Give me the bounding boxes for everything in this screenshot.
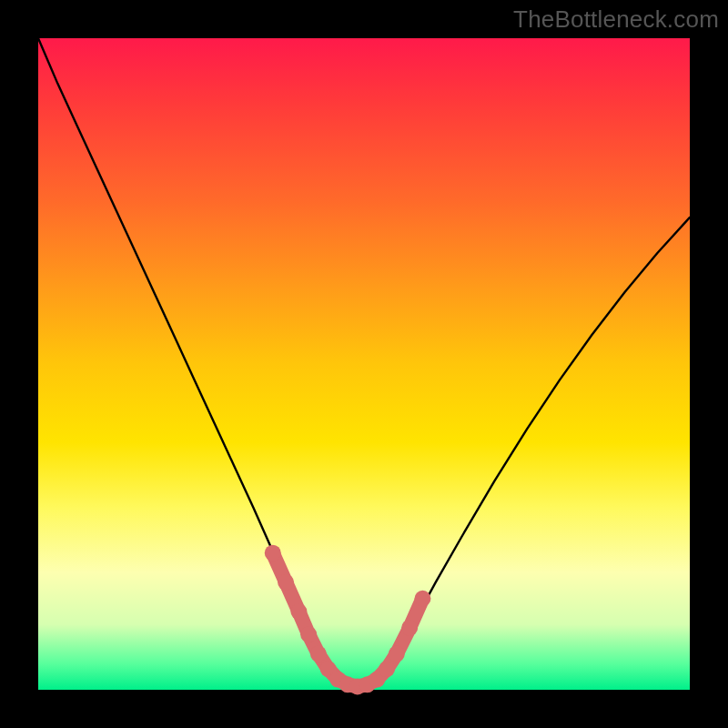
plot-area: [38, 38, 690, 690]
highlight-dot: [265, 545, 281, 561]
curve-svg: [38, 38, 690, 690]
bottleneck-curve: [38, 38, 690, 686]
highlight-segment: [273, 553, 423, 687]
highlight-dot: [414, 591, 430, 607]
highlight-dot: [290, 603, 307, 620]
highlight-dot: [300, 626, 317, 642]
highlight-dot: [310, 646, 327, 662]
watermark-text: TheBottleneck.com: [513, 5, 719, 34]
highlight-dot: [379, 661, 395, 677]
highlight-dot: [401, 620, 418, 636]
highlight-dot: [389, 646, 405, 662]
chart-frame: TheBottleneck.com: [0, 0, 728, 728]
highlight-dot: [278, 574, 294, 591]
